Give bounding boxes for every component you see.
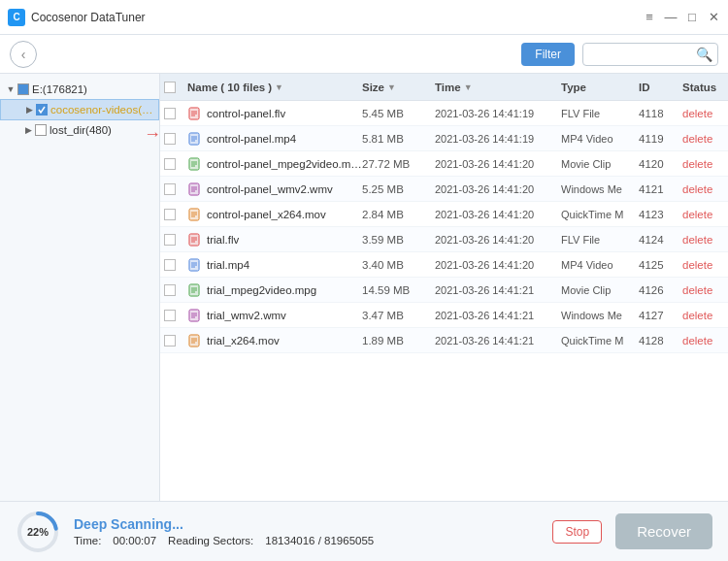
close-button[interactable]: ✕ bbox=[707, 11, 720, 24]
table-row[interactable]: control-panel.mp4 5.81 MB 2021-03-26 14:… bbox=[160, 126, 728, 151]
table-row[interactable]: trial_wmv2.wmv 3.47 MB 2021-03-26 14:41:… bbox=[160, 303, 728, 328]
col-header-id[interactable]: ID bbox=[639, 82, 682, 93]
file-size: 5.45 MB bbox=[362, 108, 435, 119]
table-row[interactable]: control-panel_x264.mov 2.84 MB 2021-03-2… bbox=[160, 202, 728, 227]
file-type-icon bbox=[187, 131, 203, 147]
file-checkbox[interactable] bbox=[164, 284, 176, 296]
file-id: 4125 bbox=[639, 259, 682, 271]
file-list: Name (10 files) ▼ Size ▼ Time ▼ Ty bbox=[160, 74, 728, 501]
filter-button[interactable]: Filter bbox=[521, 43, 575, 66]
col-header-name[interactable]: Name (10 files) ▼ bbox=[187, 82, 362, 93]
col-header-type[interactable]: Type bbox=[561, 82, 639, 93]
file-checkbox[interactable] bbox=[164, 310, 176, 321]
time-value: 00:00:07 bbox=[113, 535, 156, 546]
file-type-icon bbox=[187, 308, 203, 323]
time-label: Time: bbox=[74, 535, 101, 546]
scan-info: Deep Scanning... Time: 00:00:07 Reading … bbox=[74, 516, 539, 546]
file-name: control-panel_wmv2.wmv bbox=[207, 183, 333, 195]
sidebar-item-lost-dir[interactable]: ▶ lost_dir(480) bbox=[0, 120, 159, 140]
window-controls: ≡ — □ ✕ bbox=[643, 11, 720, 24]
file-size: 5.81 MB bbox=[362, 133, 435, 145]
maximize-button[interactable]: □ bbox=[685, 11, 699, 24]
file-type-icon bbox=[187, 156, 203, 172]
file-checkbox[interactable] bbox=[164, 158, 176, 170]
file-type: Windows Me bbox=[561, 183, 639, 195]
file-size: 27.72 MB bbox=[362, 158, 435, 170]
file-type: Movie Clip bbox=[561, 284, 639, 296]
file-checkbox[interactable] bbox=[164, 133, 176, 145]
stop-button[interactable]: Stop bbox=[552, 520, 602, 544]
file-id: 4126 bbox=[639, 284, 682, 296]
tree-toggle-videos[interactable]: ▶ bbox=[22, 103, 36, 116]
file-id: 4127 bbox=[639, 310, 682, 321]
file-status: delete bbox=[682, 158, 728, 170]
name-sort-arrow: ▼ bbox=[275, 82, 283, 92]
tree-toggle-e[interactable]: ▼ bbox=[4, 82, 17, 96]
file-type: FLV File bbox=[561, 108, 639, 119]
search-input[interactable] bbox=[589, 48, 696, 61]
table-row[interactable]: trial.flv 3.59 MB 2021-03-26 14:41:20 FL… bbox=[160, 227, 728, 252]
file-name: trial_x264.mov bbox=[207, 335, 280, 346]
file-checkbox[interactable] bbox=[164, 259, 176, 271]
file-checkbox[interactable] bbox=[164, 234, 176, 246]
file-type-icon bbox=[187, 333, 203, 348]
file-type-icon bbox=[187, 106, 203, 121]
col-header-status[interactable]: Status bbox=[682, 82, 728, 93]
menu-icon[interactable]: ≡ bbox=[643, 11, 656, 24]
tree-checkbox-lost[interactable] bbox=[35, 124, 47, 136]
reading-value: 18134016 / 81965055 bbox=[265, 535, 374, 546]
file-type: QuickTime M bbox=[561, 335, 639, 346]
file-size: 1.89 MB bbox=[362, 335, 435, 346]
file-list-header: Name (10 files) ▼ Size ▼ Time ▼ Ty bbox=[160, 74, 728, 101]
app-icon: C bbox=[8, 9, 25, 26]
back-button[interactable]: ‹ bbox=[10, 41, 37, 68]
table-row[interactable]: control-panel_wmv2.wmv 5.25 MB 2021-03-2… bbox=[160, 177, 728, 202]
file-time: 2021-03-26 14:41:21 bbox=[435, 284, 561, 296]
arrow-indicator: → bbox=[144, 124, 160, 145]
file-time: 2021-03-26 14:41:21 bbox=[435, 310, 561, 321]
sidebar-item-cocosenor-videos[interactable]: ▶ cocosenor-videos(10) bbox=[0, 99, 159, 120]
file-checkbox[interactable] bbox=[164, 335, 176, 346]
title-bar: C Cocosenor DataTuner ≡ — □ ✕ bbox=[0, 0, 728, 35]
file-status: delete bbox=[682, 284, 728, 296]
file-checkbox[interactable] bbox=[164, 108, 176, 119]
file-type: Windows Me bbox=[561, 310, 639, 321]
sidebar-item-drive-e[interactable]: ▼ E:(176821) bbox=[0, 80, 159, 99]
file-checkbox[interactable] bbox=[164, 209, 176, 220]
recover-button[interactable]: Recover bbox=[615, 513, 712, 549]
file-id: 4128 bbox=[639, 335, 682, 346]
header-checkbox[interactable] bbox=[164, 82, 176, 93]
minimize-button[interactable]: — bbox=[664, 11, 678, 24]
file-name: control-panel_mpeg2video.mpg bbox=[207, 158, 362, 170]
search-box: 🔍 bbox=[582, 43, 718, 66]
tree-toggle-lost[interactable]: ▶ bbox=[21, 123, 35, 137]
file-status: delete bbox=[682, 108, 728, 119]
file-name: trial.flv bbox=[207, 234, 239, 246]
file-time: 2021-03-26 14:41:20 bbox=[435, 234, 561, 246]
table-row[interactable]: control-panel.flv 5.45 MB 2021-03-26 14:… bbox=[160, 101, 728, 126]
table-row[interactable]: trial_x264.mov 1.89 MB 2021-03-26 14:41:… bbox=[160, 328, 728, 353]
file-id: 4123 bbox=[639, 209, 682, 220]
file-name: trial_mpeg2video.mpg bbox=[207, 284, 316, 296]
file-time: 2021-03-26 14:41:20 bbox=[435, 209, 561, 220]
file-checkbox[interactable] bbox=[164, 183, 176, 195]
tree-checkbox-e[interactable] bbox=[17, 83, 29, 95]
file-size: 5.25 MB bbox=[362, 183, 435, 195]
file-name: control-panel.mp4 bbox=[207, 133, 296, 145]
file-type: MP4 Video bbox=[561, 133, 639, 145]
file-time: 2021-03-26 14:41:19 bbox=[435, 108, 561, 119]
file-type-icon bbox=[187, 207, 203, 222]
col-header-size[interactable]: Size ▼ bbox=[362, 82, 435, 93]
progress-percent: 22% bbox=[27, 526, 49, 538]
file-status: delete bbox=[682, 133, 728, 145]
scan-details: Time: 00:00:07 Reading Sectors: 18134016… bbox=[74, 535, 539, 546]
table-row[interactable]: trial.mp4 3.40 MB 2021-03-26 14:41:20 MP… bbox=[160, 252, 728, 278]
tree-checkbox-videos[interactable] bbox=[36, 104, 48, 116]
search-icon[interactable]: 🔍 bbox=[696, 47, 712, 62]
table-row[interactable]: control-panel_mpeg2video.mpg 27.72 MB 20… bbox=[160, 151, 728, 177]
file-id: 4124 bbox=[639, 234, 682, 246]
col-header-time[interactable]: Time ▼ bbox=[435, 82, 561, 93]
table-row[interactable]: trial_mpeg2video.mpg 14.59 MB 2021-03-26… bbox=[160, 278, 728, 303]
app-title: Cocosenor DataTuner bbox=[31, 11, 643, 24]
file-name: control-panel_x264.mov bbox=[207, 209, 326, 220]
